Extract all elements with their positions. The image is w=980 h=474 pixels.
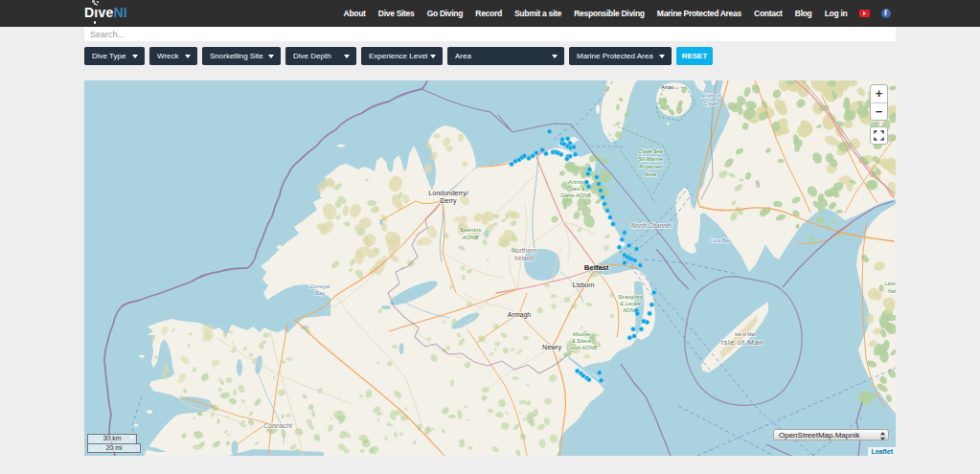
svg-text:Area: Area: [644, 171, 656, 177]
svg-text:Sill Marine: Sill Marine: [638, 156, 663, 162]
svg-text:Mourne: Mourne: [573, 331, 591, 337]
svg-text:AONB: AONB: [461, 235, 478, 240]
svg-text:Isle of Man: Isle of Man: [721, 338, 764, 347]
svg-text:Armagh: Armagh: [508, 311, 532, 319]
svg-text:Coast &: Coast &: [566, 186, 585, 192]
svg-text:Glens AONB: Glens AONB: [560, 192, 591, 198]
svg-text:Isle of Man: Isle of Man: [735, 332, 757, 337]
svg-text:Antrim: Antrim: [567, 179, 583, 185]
svg-text:Clyde: Clyde: [703, 101, 718, 106]
svg-text:Strangford: Strangford: [618, 294, 644, 300]
svg-text:Clyde Sea: Clyde Sea: [638, 148, 662, 154]
svg-text:& Slieve: & Slieve: [572, 338, 591, 344]
svg-text:Lisburn: Lisburn: [573, 282, 595, 288]
svg-text:Belfast: Belfast: [584, 263, 609, 272]
svg-text:Firth of: Firth of: [702, 93, 721, 99]
svg-text:Arran: Arran: [661, 84, 673, 90]
svg-text:Derry: Derry: [440, 197, 457, 205]
svg-text:Londonderry/: Londonderry/: [428, 190, 467, 197]
svg-text:Croob AONB: Croob AONB: [566, 345, 597, 350]
svg-text:Newry: Newry: [542, 344, 561, 351]
svg-text:Nat: Nat: [888, 288, 896, 294]
svg-text:Connacht: Connacht: [263, 422, 292, 429]
svg-text:& Lecale: & Lecale: [620, 301, 640, 306]
svg-text:Ireland: Ireland: [514, 255, 534, 261]
svg-text:North Channel: North Channel: [631, 222, 672, 229]
svg-text:Luce Bay: Luce Bay: [711, 237, 731, 243]
svg-text:Bay: Bay: [315, 290, 326, 296]
svg-text:Protected: Protected: [639, 164, 662, 169]
svg-text:Donegal: Donegal: [310, 283, 330, 289]
svg-text:Lake: Lake: [885, 281, 896, 286]
svg-text:Sperrins: Sperrins: [460, 227, 481, 233]
svg-text:Northern: Northern: [512, 247, 536, 254]
